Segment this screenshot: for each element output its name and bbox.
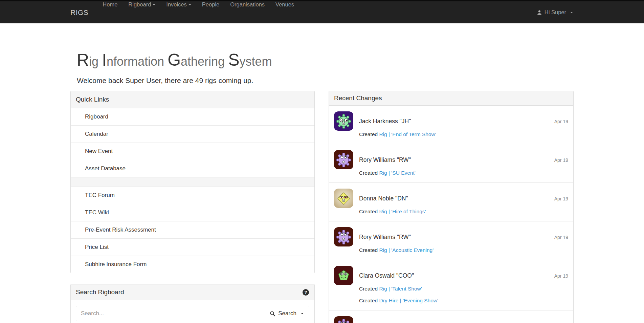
recent-changes-header: Recent Changes [329,91,573,106]
recent-changes-title: Recent Changes [334,94,382,102]
main-nav: HomeRigboardInvoicesPeopleOrganisationsV… [97,1,299,23]
search-rigboard-panel: Search Rigboard ? Se [70,284,315,323]
action-link[interactable]: Rig | 'End of Term Show' [379,131,436,137]
search-button-label: Search [278,310,296,317]
question-icon[interactable]: ? [302,289,309,296]
action-prefix: Created [359,209,379,214]
avatar [334,150,353,169]
quick-link-subhire-insurance-form[interactable]: Subhire Insurance Form [71,256,314,273]
entry-action: Created Rig | 'SU Event' [359,169,568,177]
quick-link-asset-database[interactable]: Asset Database [71,160,314,177]
recent-changes-list: Jack Harkness "JH"Apr 19Created Rig | 'E… [329,106,573,323]
quick-link-price-list[interactable]: Price List [71,238,314,256]
quick-links-panel: Quick Links RigboardCalendarNew EventAss… [70,91,315,273]
caret-down-icon [188,4,191,5]
nav-item-organisations[interactable]: Organisations [225,1,270,8]
recent-change-item: Rory Williams "RW"Apr 19 [329,310,573,323]
recent-change-item: Jack Harkness "JH"Apr 19Created Rig | 'E… [329,106,573,144]
recent-change-item: Clara Oswald "COO"Apr 19Created Rig | 'T… [329,260,573,310]
action-prefix: Created [359,286,379,292]
quick-link-label: TEC Forum [85,192,115,199]
entry-name: Donna Noble "DN" [359,195,408,202]
link-icon [76,192,82,198]
brand-logo[interactable]: RIGS [70,1,93,23]
navbar: RIGS HomeRigboardInvoicesPeopleOrganisat… [0,1,644,23]
quick-link-label: Subhire Insurance Form [85,261,147,268]
search-button[interactable]: Search [264,306,309,321]
title-word: Rig [77,55,102,68]
action-prefix: Created [359,131,379,137]
avatar [334,111,353,131]
avatar [334,189,353,208]
link-icon [76,210,82,216]
quick-link-label: Pre-Event Risk Assessment [85,227,156,233]
search-icon [270,311,275,317]
avatar [334,316,353,323]
entry-date: Apr 19 [554,273,568,279]
quick-link-calendar[interactable]: Calendar [71,125,314,143]
action-prefix: Created [359,170,379,176]
entry-name: Clara Oswald "COO" [359,272,414,280]
tag-icon [76,166,82,172]
recent-change-item: Rory Williams "RW"Apr 19Created Rig | 'S… [329,144,573,182]
avatar [334,266,353,285]
user-menu[interactable]: Hi Super [536,1,574,23]
svg-text:?: ? [305,289,307,295]
action-prefix: Created [359,247,379,253]
action-link[interactable]: Dry Hire | 'Evening Show' [379,298,438,303]
caret-down-icon [570,12,573,13]
quick-link-tec-forum[interactable]: TEC Forum [71,187,314,204]
quick-link-label: Price List [85,244,109,251]
entry-action: Created Rig | 'Talent Show' [359,285,568,293]
nav-item-home[interactable]: Home [97,1,123,8]
quick-links-list: RigboardCalendarNew EventAsset DatabaseT… [71,108,314,273]
quick-link-pre-event-risk-assessment[interactable]: Pre-Event Risk Assessment [71,221,314,238]
link-icon [76,227,82,233]
search-input[interactable] [76,306,264,321]
nav-item-invoices[interactable]: Invoices [161,1,197,8]
quick-link-label: TEC Wiki [85,209,109,216]
search-rigboard-title: Search Rigboard [76,288,124,296]
entry-date: Apr 19 [554,157,568,164]
entry-name: Rory Williams "RW" [359,233,411,241]
entry-action: Created Rig | 'End of Term Show' [359,131,568,138]
quick-link-tec-wiki[interactable]: TEC Wiki [71,204,314,221]
link-icon [76,261,82,267]
quick-links-title: Quick Links [76,96,109,103]
nav-item-venues[interactable]: Venues [270,1,299,8]
title-word: System [228,55,272,68]
user-menu-label: Hi Super [545,9,566,16]
entry-action: Created Dry Hire | 'Evening Show' [359,297,568,304]
caret-down-icon [301,313,304,314]
welcome-message: Welcome back Super User, there are 49 ri… [77,77,574,85]
entry-action: Created Rig | 'Hire of Things' [359,208,568,215]
quick-link-label: New Event [85,148,113,155]
action-link[interactable]: Rig | 'Talent Show' [379,286,422,292]
quick-link-new-event[interactable]: New Event [71,143,314,160]
quick-link-rigboard[interactable]: Rigboard [71,108,314,125]
nav-item-rigboard[interactable]: Rigboard [123,1,161,8]
link-icon [76,244,82,250]
entry-date: Apr 19 [554,195,568,202]
title-word: Information [102,55,168,68]
quick-link-label: Asset Database [85,165,126,172]
page-title: Rig Information Gathering System [77,51,574,69]
calendar-icon [76,131,82,137]
search-rigboard-header: Search Rigboard ? [71,284,314,300]
avatar [334,227,353,246]
action-link[interactable]: Rig | 'SU Event' [379,170,415,176]
quick-links-header: Quick Links [71,91,314,108]
entry-date: Apr 19 [554,118,568,125]
recent-change-item: Donna Noble "DN"Apr 19Created Rig | 'Hir… [329,182,573,221]
action-link[interactable]: Rig | 'Hire of Things' [379,209,426,214]
nav-item-people[interactable]: People [197,1,225,8]
recent-changes-panel: Recent Changes Jack Harkness "JH"Apr 19C… [329,91,574,323]
quick-link-label: Rigboard [85,113,108,120]
entry-name: Rory Williams "RW" [359,156,411,164]
entry-date: Apr 19 [554,234,568,241]
user-icon [537,10,542,15]
list-icon [76,114,82,120]
quick-link-label: Calendar [85,131,108,137]
plus-icon [76,148,82,154]
action-link[interactable]: Rig | 'Acoustic Evening' [379,247,434,253]
